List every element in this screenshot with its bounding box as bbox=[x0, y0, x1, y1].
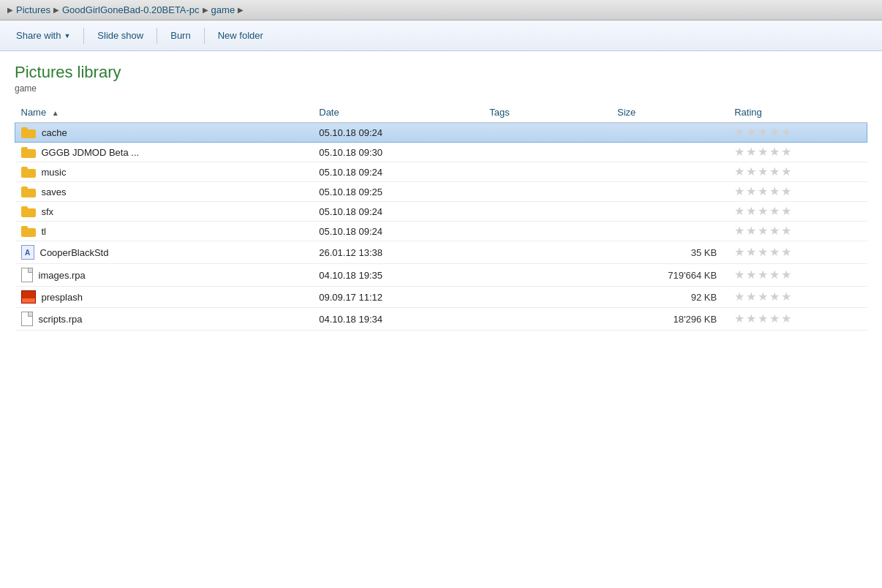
breadcrumb-pictures[interactable]: Pictures bbox=[16, 4, 50, 15]
star-1[interactable]: ★ bbox=[734, 127, 745, 138]
toolbar-separator-2 bbox=[157, 28, 157, 44]
burn-button[interactable]: Burn bbox=[162, 27, 199, 44]
star-4[interactable]: ★ bbox=[769, 269, 780, 281]
star-2[interactable]: ★ bbox=[746, 206, 756, 217]
star-1[interactable]: ★ bbox=[734, 225, 745, 237]
file-rating[interactable]: ★★★★★ bbox=[728, 287, 867, 308]
star-5[interactable]: ★ bbox=[781, 246, 791, 258]
col-header-rating[interactable]: Rating bbox=[728, 104, 867, 123]
file-rating[interactable]: ★★★★★ bbox=[728, 202, 867, 222]
star-5[interactable]: ★ bbox=[781, 127, 791, 138]
star-rating[interactable]: ★★★★★ bbox=[734, 313, 861, 325]
file-rating[interactable]: ★★★★★ bbox=[728, 308, 867, 331]
star-4[interactable]: ★ bbox=[769, 146, 780, 158]
star-2[interactable]: ★ bbox=[746, 225, 756, 237]
toolbar-separator-3 bbox=[204, 28, 205, 44]
star-2[interactable]: ★ bbox=[746, 127, 756, 138]
sort-arrow-name: ▲ bbox=[52, 109, 59, 117]
star-3[interactable]: ★ bbox=[758, 313, 768, 325]
col-header-name[interactable]: Name ▲ bbox=[15, 104, 314, 123]
star-3[interactable]: ★ bbox=[758, 166, 768, 178]
star-2[interactable]: ★ bbox=[746, 313, 756, 325]
star-5[interactable]: ★ bbox=[781, 291, 791, 303]
file-name-text: tl bbox=[42, 226, 47, 237]
star-1[interactable]: ★ bbox=[734, 166, 745, 178]
col-header-tags[interactable]: Tags bbox=[483, 104, 611, 123]
star-1[interactable]: ★ bbox=[734, 313, 745, 325]
star-3[interactable]: ★ bbox=[758, 225, 768, 237]
share-with-button[interactable]: Share with ▼ bbox=[7, 27, 79, 44]
star-2[interactable]: ★ bbox=[746, 186, 756, 197]
star-5[interactable]: ★ bbox=[781, 269, 791, 281]
breadcrumb-game-folder[interactable]: GoodGirlGoneBad-0.20BETA-pc bbox=[62, 4, 200, 15]
table-row[interactable]: music05.10.18 09:24★★★★★ bbox=[15, 162, 867, 182]
star-rating[interactable]: ★★★★★ bbox=[734, 206, 861, 217]
col-header-size[interactable]: Size bbox=[611, 104, 728, 123]
table-row[interactable]: GGGB JDMOD Beta ...05.10.18 09:30★★★★★ bbox=[15, 143, 867, 162]
table-row[interactable]: scripts.rpa04.10.18 19:3418'296 KB★★★★★ bbox=[15, 308, 867, 331]
star-rating[interactable]: ★★★★★ bbox=[734, 291, 861, 303]
file-rating[interactable]: ★★★★★ bbox=[728, 264, 867, 287]
star-1[interactable]: ★ bbox=[734, 206, 745, 217]
star-4[interactable]: ★ bbox=[769, 246, 780, 258]
file-date: 09.09.17 11:12 bbox=[313, 287, 483, 308]
col-header-date[interactable]: Date bbox=[313, 104, 483, 123]
file-rating[interactable]: ★★★★★ bbox=[728, 162, 867, 182]
star-1[interactable]: ★ bbox=[734, 269, 745, 281]
star-5[interactable]: ★ bbox=[781, 166, 791, 178]
star-4[interactable]: ★ bbox=[769, 166, 780, 178]
star-rating[interactable]: ★★★★★ bbox=[734, 246, 861, 258]
star-1[interactable]: ★ bbox=[734, 186, 745, 197]
table-row[interactable]: presplash09.09.17 11:1292 KB★★★★★ bbox=[15, 287, 867, 308]
star-rating[interactable]: ★★★★★ bbox=[734, 166, 861, 178]
star-4[interactable]: ★ bbox=[769, 127, 780, 138]
file-tags bbox=[483, 287, 611, 308]
star-rating[interactable]: ★★★★★ bbox=[734, 225, 861, 237]
star-rating[interactable]: ★★★★★ bbox=[734, 186, 861, 197]
star-3[interactable]: ★ bbox=[758, 206, 768, 217]
new-folder-button[interactable]: New folder bbox=[209, 27, 272, 44]
star-4[interactable]: ★ bbox=[769, 291, 780, 303]
file-rating[interactable]: ★★★★★ bbox=[728, 222, 867, 241]
star-5[interactable]: ★ bbox=[781, 225, 791, 237]
star-3[interactable]: ★ bbox=[758, 269, 768, 281]
star-1[interactable]: ★ bbox=[734, 246, 745, 258]
new-folder-label: New folder bbox=[218, 30, 263, 41]
table-row[interactable]: tl05.10.18 09:24★★★★★ bbox=[15, 222, 867, 241]
star-2[interactable]: ★ bbox=[746, 269, 756, 281]
file-rating[interactable]: ★★★★★ bbox=[728, 143, 867, 162]
star-4[interactable]: ★ bbox=[769, 186, 780, 197]
star-3[interactable]: ★ bbox=[758, 146, 768, 158]
star-4[interactable]: ★ bbox=[769, 313, 780, 325]
table-row[interactable]: saves05.10.18 09:25★★★★★ bbox=[15, 182, 867, 202]
star-2[interactable]: ★ bbox=[746, 246, 756, 258]
star-5[interactable]: ★ bbox=[781, 206, 791, 217]
star-1[interactable]: ★ bbox=[734, 146, 745, 158]
star-2[interactable]: ★ bbox=[746, 166, 756, 178]
star-5[interactable]: ★ bbox=[781, 313, 791, 325]
star-3[interactable]: ★ bbox=[758, 127, 768, 138]
star-2[interactable]: ★ bbox=[746, 146, 756, 158]
star-2[interactable]: ★ bbox=[746, 291, 756, 303]
file-rating[interactable]: ★★★★★ bbox=[728, 123, 867, 143]
file-date: 05.10.18 09:24 bbox=[313, 222, 483, 241]
star-4[interactable]: ★ bbox=[769, 206, 780, 217]
table-row[interactable]: ACooperBlackStd26.01.12 13:3835 KB★★★★★ bbox=[15, 241, 867, 264]
star-rating[interactable]: ★★★★★ bbox=[734, 146, 861, 158]
table-row[interactable]: cache05.10.18 09:24★★★★★ bbox=[15, 123, 867, 143]
star-4[interactable]: ★ bbox=[769, 225, 780, 237]
star-5[interactable]: ★ bbox=[781, 146, 791, 158]
star-5[interactable]: ★ bbox=[781, 186, 791, 197]
star-3[interactable]: ★ bbox=[758, 246, 768, 258]
slideshow-button[interactable]: Slide show bbox=[88, 27, 152, 44]
star-3[interactable]: ★ bbox=[758, 186, 768, 197]
table-row[interactable]: images.rpa04.10.18 19:35719'664 KB★★★★★ bbox=[15, 264, 867, 287]
breadcrumb-game[interactable]: game bbox=[211, 4, 235, 15]
star-1[interactable]: ★ bbox=[734, 291, 745, 303]
star-rating[interactable]: ★★★★★ bbox=[734, 269, 861, 281]
star-3[interactable]: ★ bbox=[758, 291, 768, 303]
file-rating[interactable]: ★★★★★ bbox=[728, 241, 867, 264]
star-rating[interactable]: ★★★★★ bbox=[734, 127, 861, 138]
table-row[interactable]: sfx05.10.18 09:24★★★★★ bbox=[15, 202, 867, 222]
file-rating[interactable]: ★★★★★ bbox=[728, 182, 867, 202]
